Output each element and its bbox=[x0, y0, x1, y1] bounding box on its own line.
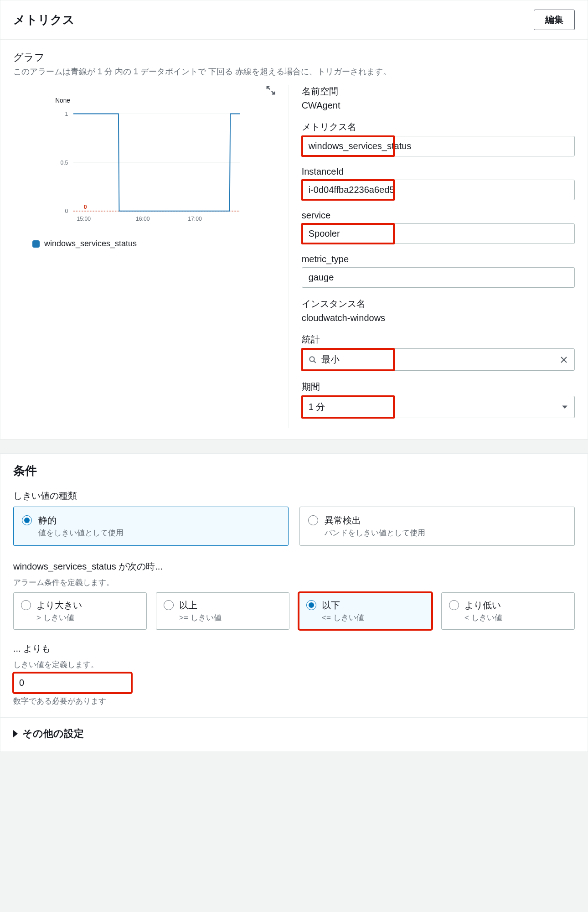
info-column: 名前空間 CWAgent メトリクス名 windows_services_sta… bbox=[289, 85, 575, 428]
service-field: service Spooler bbox=[302, 210, 575, 244]
conditions-header: 条件 bbox=[0, 454, 588, 479]
op-gt-title: より大きい bbox=[36, 599, 82, 611]
chart-legend: windows_services_status bbox=[32, 239, 279, 249]
edit-button[interactable]: 編集 bbox=[534, 10, 575, 30]
ytick-05: 0.5 bbox=[60, 160, 68, 166]
condition-when-desc: アラーム条件を定義します。 bbox=[13, 577, 575, 588]
op-le-title: 以下 bbox=[322, 599, 364, 611]
op-lt-title: より低い bbox=[464, 599, 502, 611]
instance-name-value: cloudwatch-windows bbox=[302, 313, 575, 323]
conditions-body: しきい値の種類 静的 値をしきい値として使用 異常検出 バンドをしきい値として使… bbox=[0, 479, 588, 717]
service-input[interactable]: Spooler bbox=[302, 223, 575, 244]
legend-swatch bbox=[32, 240, 40, 248]
service-value: Spooler bbox=[309, 228, 340, 239]
namespace-field: 名前空間 CWAgent bbox=[302, 85, 575, 111]
op-lt-sub: < しきい値 bbox=[464, 612, 502, 623]
statistic-label: 統計 bbox=[302, 333, 575, 346]
than-label: ... よりも bbox=[13, 643, 575, 655]
metrics-panel: メトリクス 編集 グラフ このアラームは青線が 1 分 内の 1 データポイント… bbox=[0, 0, 588, 440]
service-label: service bbox=[302, 210, 575, 221]
anomaly-sub: バンドをしきい値として使用 bbox=[325, 528, 425, 538]
instance-name-field: インスタンス名 cloudwatch-windows bbox=[302, 298, 575, 323]
chart-title: None bbox=[55, 97, 70, 104]
threshold-type-static[interactable]: 静的 値をしきい値として使用 bbox=[13, 507, 289, 546]
metric-type-value: gauge bbox=[309, 272, 334, 283]
radio-icon bbox=[21, 600, 31, 610]
xtick-1600: 16:00 bbox=[136, 216, 150, 222]
radio-icon bbox=[308, 515, 318, 525]
clear-icon[interactable] bbox=[560, 356, 568, 364]
period-field: 期間 1 分 bbox=[302, 381, 575, 418]
threshold-value-input[interactable] bbox=[13, 673, 132, 693]
ytick-0: 0 bbox=[65, 208, 68, 214]
xtick-1500: 15:00 bbox=[77, 216, 91, 222]
period-label: 期間 bbox=[302, 381, 575, 393]
xtick-1700: 17:00 bbox=[188, 216, 202, 222]
conditions-panel: 条件 しきい値の種類 静的 値をしきい値として使用 異常検出 バンドをしきい値と… bbox=[0, 453, 588, 752]
graph-row: None 1 0.5 0 0 15:00 16:00 bbox=[13, 85, 575, 428]
radio-icon bbox=[449, 600, 459, 610]
conditions-title: 条件 bbox=[13, 463, 575, 479]
metric-name-value: windows_services_status bbox=[309, 141, 412, 151]
op-ge-sub: >= しきい値 bbox=[179, 612, 222, 623]
radio-icon bbox=[164, 600, 174, 610]
graph-label: グラフ bbox=[13, 51, 575, 64]
than-helper: 数字である必要があります bbox=[13, 696, 575, 706]
graph-column: None 1 0.5 0 0 15:00 16:00 bbox=[13, 85, 289, 428]
operator-gte[interactable]: 以上 >= しきい値 bbox=[156, 592, 289, 630]
instance-id-input[interactable]: i-0d04ffba2236a6ed5 bbox=[302, 180, 575, 200]
metric-name-label: メトリクス名 bbox=[302, 121, 575, 133]
caret-right-icon bbox=[13, 730, 18, 737]
namespace-value: CWAgent bbox=[302, 100, 575, 111]
threshold-type-anomaly[interactable]: 異常検出 バンドをしきい値として使用 bbox=[299, 507, 575, 546]
statistic-field: 統計 最小 bbox=[302, 333, 575, 371]
threshold-type-label: しきい値の種類 bbox=[13, 490, 575, 502]
instance-id-field: InstanceId i-0d04ffba2236a6ed5 bbox=[302, 166, 575, 200]
search-icon bbox=[309, 356, 317, 364]
period-value: 1 分 bbox=[309, 401, 325, 413]
instance-id-value: i-0d04ffba2236a6ed5 bbox=[309, 185, 395, 195]
static-title: 静的 bbox=[38, 514, 124, 527]
threshold-annotation: 0 bbox=[84, 204, 87, 210]
graph-desc: このアラームは青線が 1 分 内の 1 データポイントで 下回る 赤線を超える場… bbox=[13, 66, 575, 77]
instance-id-label: InstanceId bbox=[302, 166, 575, 177]
threshold-value-group: ... よりも しきい値を定義します。 数字である必要があります bbox=[13, 643, 575, 706]
legend-text: windows_services_status bbox=[44, 239, 137, 249]
statistic-input[interactable]: 最小 bbox=[302, 348, 575, 371]
operator-greater[interactable]: より大きい > しきい値 bbox=[13, 592, 147, 630]
namespace-label: 名前空間 bbox=[302, 85, 575, 98]
radio-icon bbox=[306, 600, 316, 610]
metrics-title: メトリクス bbox=[13, 12, 75, 28]
condition-when-group: windows_services_status が次の時... アラーム条件を定… bbox=[13, 560, 575, 630]
period-select[interactable]: 1 分 bbox=[302, 396, 575, 418]
operator-lte[interactable]: 以下 <= しきい値 bbox=[299, 592, 432, 630]
metrics-chart: None 1 0.5 0 0 15:00 16:00 bbox=[13, 85, 279, 231]
metric-type-input[interactable]: gauge bbox=[302, 267, 575, 288]
static-sub: 値をしきい値として使用 bbox=[38, 528, 124, 538]
ytick-1: 1 bbox=[65, 111, 68, 117]
svg-line-4 bbox=[314, 361, 316, 363]
metric-type-field: metric_type gauge bbox=[302, 254, 575, 288]
chevron-down-icon bbox=[562, 402, 568, 412]
than-desc: しきい値を定義します。 bbox=[13, 659, 575, 670]
radio-icon bbox=[22, 515, 32, 525]
other-settings-title: その他の設定 bbox=[22, 727, 84, 741]
operator-row: より大きい > しきい値 以上 >= しきい値 以下 <= しきい値 bbox=[13, 592, 575, 630]
condition-when-label: windows_services_status が次の時... bbox=[13, 560, 575, 573]
op-gt-sub: > しきい値 bbox=[36, 612, 82, 623]
op-le-sub: <= しきい値 bbox=[322, 612, 364, 623]
expand-icon[interactable] bbox=[266, 85, 276, 95]
svg-point-3 bbox=[309, 357, 315, 362]
operator-less[interactable]: より低い < しきい値 bbox=[441, 592, 575, 630]
op-ge-title: 以上 bbox=[179, 599, 222, 611]
instance-name-label: インスタンス名 bbox=[302, 298, 575, 310]
statistic-value: 最小 bbox=[321, 353, 340, 366]
svg-marker-7 bbox=[562, 405, 567, 408]
metrics-body: グラフ このアラームは青線が 1 分 内の 1 データポイントで 下回る 赤線を… bbox=[0, 40, 588, 439]
metrics-header: メトリクス 編集 bbox=[0, 0, 588, 40]
metric-name-input[interactable]: windows_services_status bbox=[302, 136, 575, 156]
other-settings-expander[interactable]: その他の設定 bbox=[0, 717, 588, 751]
metric-type-label: metric_type bbox=[302, 254, 575, 264]
threshold-type-row: 静的 値をしきい値として使用 異常検出 バンドをしきい値として使用 bbox=[13, 507, 575, 546]
metric-name-field: メトリクス名 windows_services_status bbox=[302, 121, 575, 156]
